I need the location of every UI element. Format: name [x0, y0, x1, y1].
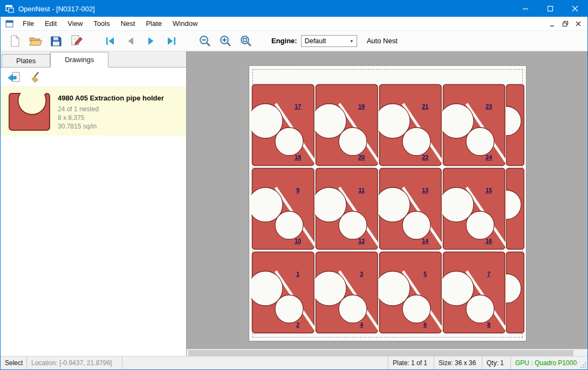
- nested-part-pair[interactable]: 1314: [379, 167, 442, 251]
- title-bar: OpenNest - [N0317-002]: [1, 1, 587, 17]
- status-gpu: GPU : Quadro P1000: [511, 356, 579, 369]
- scrollbar-thumb[interactable]: [188, 350, 573, 356]
- maximize-button[interactable]: [538, 1, 563, 17]
- nav-first-icon: [105, 36, 115, 46]
- nav-previous-icon: [125, 36, 136, 46]
- tab-strip: Plates Drawings: [1, 51, 186, 68]
- nested-part-edge-piece[interactable]: [506, 167, 524, 251]
- part-number: 8: [487, 321, 490, 328]
- nested-part-pair[interactable]: 1516: [442, 167, 506, 251]
- nav-next-icon: [146, 36, 156, 46]
- nested-part-pair[interactable]: 78: [442, 251, 506, 334]
- zoom-out-icon: [199, 35, 211, 48]
- status-location: Location: [-0.9437, 21.8796]: [27, 356, 122, 369]
- nested-part-pair[interactable]: 56: [379, 251, 442, 334]
- part-number: 18: [295, 154, 301, 160]
- nested-part-pair[interactable]: 34: [315, 251, 379, 334]
- menu-item-view[interactable]: View: [62, 17, 88, 30]
- part-number: 19: [358, 103, 365, 110]
- part-number: 4: [360, 321, 363, 328]
- drawing-list-item[interactable]: 4980 A05 Extraction pipe holder 24 of 1 …: [1, 87, 186, 136]
- nested-part-edge-piece[interactable]: [506, 251, 524, 334]
- mdi-restore-icon[interactable]: [560, 19, 570, 28]
- nested-part-pair[interactable]: 12: [251, 251, 315, 334]
- mdi-child-icon: [5, 19, 14, 28]
- open-folder-icon: [29, 35, 43, 47]
- menu-bar: File Edit View Tools Nest Plate Window: [1, 17, 587, 31]
- part-number: 15: [486, 187, 492, 193]
- nav-first-button[interactable]: [102, 33, 118, 49]
- plate: 171819202122232491011121314151612345678: [249, 65, 527, 341]
- part-number: 21: [422, 103, 428, 110]
- nested-part-pair[interactable]: 2122: [379, 83, 442, 167]
- part-number: 1: [296, 271, 299, 277]
- close-button[interactable]: [563, 1, 587, 17]
- nav-last-button[interactable]: [163, 33, 180, 49]
- minimize-button[interactable]: [513, 1, 538, 17]
- import-drawing-icon: [7, 71, 21, 84]
- save-edit-button[interactable]: [69, 33, 85, 49]
- status-mode: Select: [1, 356, 26, 369]
- status-plate: Plate: 1 of 1: [388, 356, 434, 369]
- part-number: 11: [358, 187, 365, 193]
- part-number: 13: [422, 187, 428, 193]
- menu-item-window[interactable]: Window: [167, 17, 203, 30]
- status-qty: Qty: 1: [482, 356, 510, 369]
- new-file-button[interactable]: [7, 33, 23, 49]
- part-number: 17: [295, 103, 301, 110]
- drawing-nested-count: 24 of 1 nested: [58, 105, 164, 113]
- zoom-in-button[interactable]: [217, 33, 234, 49]
- part-number: 22: [422, 154, 428, 160]
- menu-item-plate[interactable]: Plate: [140, 17, 167, 30]
- nav-next-button[interactable]: [143, 33, 159, 49]
- part-number: 2: [296, 321, 299, 328]
- menu-item-tools[interactable]: Tools: [88, 17, 115, 30]
- menu-item-file[interactable]: File: [17, 17, 39, 30]
- save-button[interactable]: [48, 33, 64, 49]
- nested-part-pair[interactable]: 1718: [251, 83, 315, 167]
- zoom-fit-button[interactable]: [238, 33, 254, 49]
- tab-plates[interactable]: Plates: [2, 54, 50, 67]
- nested-part-pair[interactable]: 1112: [315, 167, 379, 251]
- menu-item-edit[interactable]: Edit: [39, 17, 62, 30]
- status-bar: Select Location: [-0.9437, 21.8796] Plat…: [1, 356, 587, 369]
- resize-grip[interactable]: [579, 356, 587, 369]
- drawing-title: 4980 A05 Extraction pipe holder: [58, 94, 164, 102]
- save-icon: [50, 35, 62, 47]
- nested-part-edge-piece[interactable]: [506, 83, 524, 167]
- nav-previous-button[interactable]: [122, 33, 139, 49]
- menu-item-nest[interactable]: Nest: [115, 17, 141, 30]
- engine-select[interactable]: Default ▼: [301, 35, 357, 47]
- sidebar: Plates Drawings: [1, 51, 187, 356]
- mdi-minimize-icon[interactable]: [548, 19, 557, 28]
- tab-drawings[interactable]: Drawings: [50, 52, 108, 68]
- clean-button[interactable]: [29, 70, 45, 85]
- nesting-canvas[interactable]: 171819202122232491011121314151612345678: [187, 51, 587, 356]
- drawing-list: 4980 A05 Extraction pipe holder 24 of 1 …: [1, 87, 186, 356]
- nav-last-icon: [166, 36, 177, 46]
- new-file-icon: [9, 35, 21, 48]
- part-number: 9: [296, 187, 299, 193]
- window-title: OpenNest - [N0317-002]: [18, 5, 95, 13]
- part-number: 20: [358, 154, 365, 160]
- horizontal-scrollbar[interactable]: [187, 349, 587, 356]
- save-edit-icon: [70, 35, 83, 48]
- part-number: 12: [358, 238, 365, 244]
- part-number: 10: [295, 238, 301, 244]
- app-icon: [5, 4, 14, 13]
- engine-value: Default: [305, 37, 326, 45]
- status-separator: [122, 356, 122, 369]
- nested-part-pair[interactable]: 2324: [442, 83, 506, 167]
- part-thumbnail: [5, 91, 54, 132]
- open-button[interactable]: [28, 33, 44, 49]
- mdi-close-icon[interactable]: [573, 19, 583, 28]
- part-number: 6: [423, 321, 427, 328]
- drawings-toolbar: [1, 68, 186, 87]
- auto-nest-button[interactable]: Auto Nest: [367, 37, 398, 45]
- zoom-out-button[interactable]: [197, 33, 213, 49]
- part-number: 3: [360, 271, 363, 277]
- import-drawing-button[interactable]: [6, 70, 22, 85]
- main-toolbar: Engine: Default ▼ Auto Nest: [1, 31, 587, 51]
- nested-part-pair[interactable]: 910: [251, 167, 315, 251]
- nested-part-pair[interactable]: 1920: [315, 83, 379, 167]
